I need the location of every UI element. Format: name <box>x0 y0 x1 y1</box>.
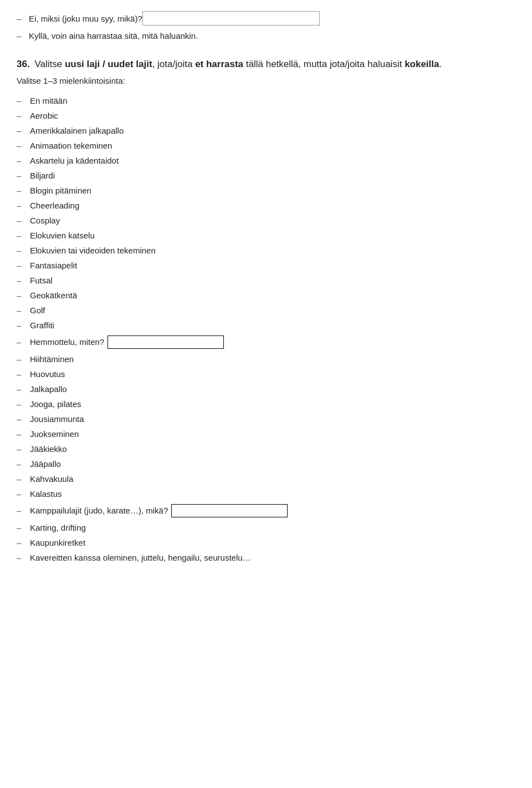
option-label-fantasiapelit: Fantasiapelit <box>30 261 77 270</box>
option-label-jooga-pilates: Jooga, pilates <box>30 399 81 409</box>
top-label-1: Ei, miksi (joku muu syy, mikä)? <box>29 14 142 23</box>
option-dash: – <box>17 369 27 379</box>
option-dash: – <box>17 506 27 515</box>
option-label-kaupunkiretket: Kaupunkiretket <box>30 538 85 547</box>
option-label-geokaткenta: Geokätkentä <box>30 291 77 300</box>
option-label-elokuvien-katselu: Elokuvien katselu <box>30 231 95 240</box>
option-dash: – <box>17 231 27 240</box>
list-item: –Kalastus <box>17 486 515 501</box>
list-item: –Amerikkalainen jalkapallo <box>17 123 515 138</box>
option-label-blogin-pitaminen: Blogin pitäminen <box>30 186 91 195</box>
option-label-kahvakuula: Kahvakuula <box>30 474 73 484</box>
list-item: –Hemmottelu, miten? <box>17 333 515 352</box>
list-item: –Cosplay <box>17 213 515 228</box>
option-label-kalastus: Kalastus <box>30 489 62 499</box>
top-label-2: Kyllä, voin aina harrastaa sitä, mitä ha… <box>29 31 198 40</box>
option-label-askartelu: Askartelu ja kädentaidot <box>30 156 119 165</box>
title-part3: tällä hetkellä, mutta jota/joita haluais… <box>243 59 405 69</box>
options-list: –En mitään–Aerobic–Amerikkalainen jalkap… <box>17 93 515 565</box>
list-item: –Cheerleading <box>17 198 515 213</box>
option-dash: – <box>17 111 27 120</box>
list-item: –Biljardi <box>17 168 515 183</box>
option-label-jaakiekko: Jääkiekko <box>30 444 67 454</box>
option-label-elokuvien-tekeminen: Elokuvien tai videoiden tekeminen <box>30 246 156 255</box>
option-dash: – <box>17 523 27 532</box>
list-item: –Jalkapallo <box>17 382 515 396</box>
option-label-juokseminen: Juokseminen <box>30 429 79 439</box>
option-label-cosplay: Cosplay <box>30 216 60 225</box>
option-label-hiihtaminen: Hiihtäminen <box>30 354 74 364</box>
option-label-aerobic: Aerobic <box>30 111 58 120</box>
list-item: –Hiihtäminen <box>17 352 515 367</box>
list-item: –En mitään <box>17 93 515 108</box>
title-bold2: et harrasta <box>195 59 243 69</box>
section-number: 36. <box>17 59 30 69</box>
option-label-karting-drifting: Karting, drifting <box>30 523 86 532</box>
list-item: –Blogin pitäminen <box>17 183 515 198</box>
option-dash: – <box>17 261 27 270</box>
option-dash: – <box>17 186 27 195</box>
option-label-animaation-tekeminen: Animaation tekeminen <box>30 141 112 150</box>
option-label-kavereiden-kanssa: Kavereitten kanssa oleminen, juttelu, he… <box>30 553 251 562</box>
option-dash: – <box>17 474 27 484</box>
subtitle: Valitse 1–3 mielenkiintoisinta: <box>17 76 515 85</box>
top-input-1[interactable] <box>142 11 320 26</box>
list-item: –Elokuvien tai videoiden tekeminen <box>17 243 515 258</box>
title-part1: Valitse <box>34 59 65 69</box>
option-dash: – <box>17 171 27 180</box>
list-item: –Askartelu ja kädentaidot <box>17 153 515 168</box>
section-title: 36. Valitse uusi laji / uudet lajit, jot… <box>17 57 515 72</box>
list-item: –Jääpallo <box>17 456 515 471</box>
option-label-hemmottelu: Hemmottelu, miten? <box>30 337 104 347</box>
option-label-jalkapallo: Jalkapallo <box>30 384 67 394</box>
option-dash: – <box>17 216 27 225</box>
option-dash: – <box>17 141 27 150</box>
list-item: –Jousiammunta <box>17 411 515 426</box>
list-item: –Kaupunkiretket <box>17 535 515 550</box>
bullet-2: – <box>17 31 24 40</box>
option-label-cheerleading: Cheerleading <box>30 201 79 210</box>
option-dash: – <box>17 553 27 562</box>
list-item: –Animaation tekeminen <box>17 138 515 153</box>
option-dash: – <box>17 459 27 469</box>
option-dash: – <box>17 337 27 347</box>
option-label-kamppailulajit: Kamppailulajit (judo, karate…), mikä? <box>30 506 168 515</box>
option-label-en-mitaan: En mitään <box>30 96 68 105</box>
list-item: –Elokuvien katselu <box>17 228 515 243</box>
list-item: –Fantasiapelit <box>17 258 515 273</box>
option-label-golf: Golf <box>30 306 45 315</box>
list-item: –Juokseminen <box>17 426 515 441</box>
option-dash: – <box>17 354 27 364</box>
top-row-1: – Ei, miksi (joku muu syy, mikä)? <box>17 11 515 26</box>
list-item: –Huovutus <box>17 367 515 382</box>
option-dash: – <box>17 96 27 105</box>
option-label-biljardi: Biljardi <box>30 171 55 180</box>
option-dash: – <box>17 276 27 285</box>
list-item: –Graffiti <box>17 318 515 333</box>
option-dash: – <box>17 321 27 330</box>
option-label-jousiammunta: Jousiammunta <box>30 414 84 424</box>
option-dash: – <box>17 156 27 165</box>
title-bold1: uusi laji / uudet lajit <box>65 59 152 69</box>
option-label-amerikkalainen-jalkapallo: Amerikkalainen jalkapallo <box>30 126 124 135</box>
option-input-hemmottelu[interactable] <box>108 335 224 349</box>
option-label-graffiti: Graffiti <box>30 321 54 330</box>
list-item: –Futsal <box>17 273 515 288</box>
option-dash: – <box>17 126 27 135</box>
option-dash: – <box>17 489 27 499</box>
option-label-futsal: Futsal <box>30 276 53 285</box>
option-dash: – <box>17 444 27 454</box>
list-item: –Aerobic <box>17 108 515 123</box>
list-item: –Jääkiekko <box>17 441 515 456</box>
option-input-kamppailulajit[interactable] <box>171 504 288 517</box>
option-dash: – <box>17 399 27 409</box>
option-dash: – <box>17 291 27 300</box>
title-end: . <box>439 59 442 69</box>
option-label-huovutus: Huovutus <box>30 369 65 379</box>
list-item: –Kahvakuula <box>17 471 515 486</box>
option-dash: – <box>17 384 27 394</box>
title-part2: , jota/joita <box>152 59 196 69</box>
option-label-jaapallo: Jääpallo <box>30 459 61 469</box>
option-dash: – <box>17 538 27 547</box>
list-item: –Karting, drifting <box>17 520 515 535</box>
